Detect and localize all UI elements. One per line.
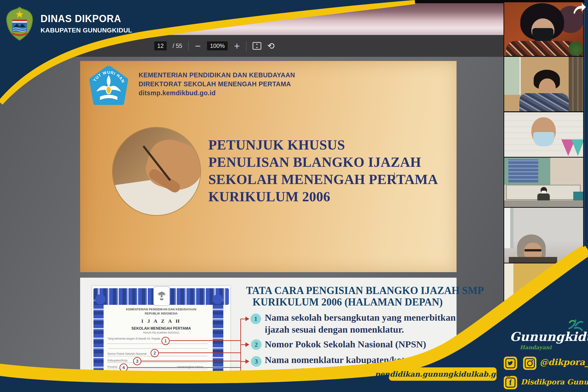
item-number-badge: 2	[251, 339, 261, 350]
item-text-line: Nomor Pokok Sekolah Nasional (NPSN)	[265, 339, 426, 350]
twitter-icon	[504, 356, 517, 370]
ijazah-field-line	[108, 348, 207, 349]
org-region: KABUPATEN GUNUNGKIDUL	[41, 27, 132, 34]
ijazah-year: TAHUN PELAJARAN 2020/2021	[106, 331, 216, 334]
facebook-f-glyph: f	[505, 378, 515, 388]
tile-art-shape	[504, 200, 583, 207]
tile-art-shape	[573, 192, 583, 200]
ijazah-corner-circle	[95, 294, 105, 304]
slide-title: PETUNJUK KHUSUS PENULISAN BLANGKO IJAZAH…	[208, 136, 438, 205]
participant-video[interactable]	[504, 57, 583, 111]
red-arrowhead	[245, 342, 252, 347]
ministry-line: ditsmp.kemdikbud.go.id	[139, 88, 295, 97]
ijazah-ministry: KEMENTERIAN PENDIDIKAN DAN KEBUDAYAAN	[106, 308, 216, 311]
tile-art-shape	[509, 257, 557, 263]
ijazah-field-label: Provinsi	[108, 365, 117, 368]
ijazah-marker-circle: 2	[151, 349, 159, 357]
tile-art-shape	[519, 93, 569, 111]
participant-video[interactable]	[504, 2, 583, 56]
tile-art-shape	[504, 57, 521, 95]
slide-title-line: SEKOLAH MENENGAH PERTAMA	[208, 171, 438, 188]
gunungkidul-crest-logo	[5, 6, 34, 42]
facebook-page-name: Disdikpora Gunungkidul	[521, 378, 588, 386]
item-number-badge: 3	[251, 356, 261, 367]
ijazah-field-label: Yang bertanda tangan di bawah ini, Kepal…	[108, 337, 160, 340]
ijazah-note: menerangkan bahwa	[177, 365, 203, 368]
ministry-line: KEMENTERIAN PENDIDIKAN DAN KEBUDAYAAN	[139, 70, 295, 79]
brand-tagline: Handayani	[520, 344, 552, 350]
tile-art-shape	[537, 194, 550, 200]
slide-ministry-header: KEMENTERIAN PENDIDIKAN DAN KEBUDAYAAN DI…	[139, 70, 295, 97]
slide2-heading-line1: TATA CARA PENGISIAN BLANGKO IJAZAH SMP	[246, 284, 449, 296]
ijazah-field-label: Nomor Pokok Sekolah Nasional	[108, 352, 146, 356]
org-name: DINAS DIKPORA	[41, 13, 121, 24]
ijazah-marker-circle: 4	[120, 364, 128, 372]
ijazah-field-line	[108, 362, 207, 363]
ijazah-marker-circle	[147, 372, 156, 380]
red-connector-line	[141, 361, 241, 362]
ijazah-ornate-border-left	[94, 300, 104, 392]
ijazah-document-image: KEMENTERIAN PENDIDIKAN DAN KEBUDAYAAN RE…	[92, 286, 230, 392]
zoom-out-button[interactable]: −	[195, 42, 201, 50]
ijazah-field-label: Kabupaten/Kota	[108, 359, 127, 362]
red-arrowhead	[245, 359, 252, 364]
tile-art-shape	[569, 42, 583, 56]
page-number-input[interactable]: 12	[154, 42, 167, 50]
tile-art-shape	[529, 304, 550, 321]
red-connector-line	[128, 367, 241, 368]
ijazah-school-level: SEKOLAH MENENGAH PERTAMA	[106, 326, 216, 330]
website-banner: pendidikan.gunungkidulkab.go.id	[389, 368, 497, 381]
tut-wuri-handayani-logo: TUT WURI HANDAYANI	[88, 66, 129, 108]
toolbar-divider	[188, 41, 189, 51]
tile-art-shape	[533, 132, 554, 146]
ijazah-title: I J A Z A H	[106, 318, 216, 324]
slide2-heading-line2: KURIKULUM 2006 (HALAMAN DEPAN)	[246, 296, 449, 308]
participant-video[interactable]	[504, 158, 583, 207]
item-text-line: ijazah sesuai dengan nomenklatur.	[265, 324, 404, 335]
zoom-in-button[interactable]: +	[234, 42, 240, 50]
instagram-icon	[523, 356, 536, 370]
pdf-toolbar: 12 / 55 − 100% + ⟲	[53, 35, 503, 57]
page-total-label: / 55	[173, 42, 182, 49]
ministry-line: DIREKTORAT SEKOLAH MENENGAH PERTAMA	[139, 79, 295, 88]
red-connector-trunk	[240, 319, 241, 378]
ijazah-corner-circle	[213, 294, 223, 304]
twitter-bird-glyph	[505, 358, 515, 368]
item-number-badge: 1	[250, 314, 261, 324]
ijazah-field-line	[108, 375, 207, 376]
red-connector-line	[170, 340, 241, 341]
garuda-emblem	[153, 286, 170, 306]
instagram-lens-glyph	[525, 358, 535, 368]
toolbar-divider	[246, 41, 246, 51]
participant-video[interactable]	[504, 112, 583, 157]
tile-art-shape	[508, 160, 538, 182]
participant-video[interactable]	[504, 208, 583, 263]
zoom-level-input[interactable]: 100%	[207, 42, 228, 50]
text-cursor	[394, 172, 395, 180]
item-text-line: Nama nomenklatur kabupaten/kota*) (	[265, 354, 423, 365]
item-text-line: Nama sekolah bersangkutan yang menerbitk…	[265, 312, 456, 323]
tile-art-shape	[571, 140, 583, 156]
tile-art-shape	[569, 57, 583, 111]
item-text-line: mencoret) m	[265, 366, 316, 377]
brand-name: Gunungkidul	[510, 330, 588, 344]
ijazah-marker-circle: 3	[133, 357, 141, 365]
hand-writing-photo	[113, 128, 200, 215]
share-arrow-icon[interactable]	[572, 2, 586, 14]
tile-art-shape	[524, 249, 541, 252]
slide-title-line: KURIKULUM 2006	[208, 188, 438, 205]
fit-page-icon[interactable]	[252, 42, 261, 50]
meeting-screenshot: 12 / 55 − 100% + ⟲ TUT WURI HANDAYANI KE…	[0, 0, 588, 392]
tile-art-shape	[504, 264, 513, 321]
ijazah-republic: REPUBLIK INDONESIA	[106, 312, 216, 315]
participant-video[interactable]	[504, 264, 583, 321]
rotate-page-icon[interactable]: ⟲	[267, 42, 275, 50]
ijazah-field-line	[108, 344, 207, 344]
slide-title-line: PETUNJUK KHUSUS	[208, 136, 438, 154]
red-connector-line	[159, 352, 241, 353]
tile-art-shape	[504, 208, 510, 248]
slide-title-line: PENULISAN BLANGKO IJAZAH	[208, 154, 438, 171]
social-handle: @dikpora_gk	[540, 357, 588, 367]
tile-art-shape	[541, 191, 546, 194]
tile-art-shape	[510, 208, 513, 248]
